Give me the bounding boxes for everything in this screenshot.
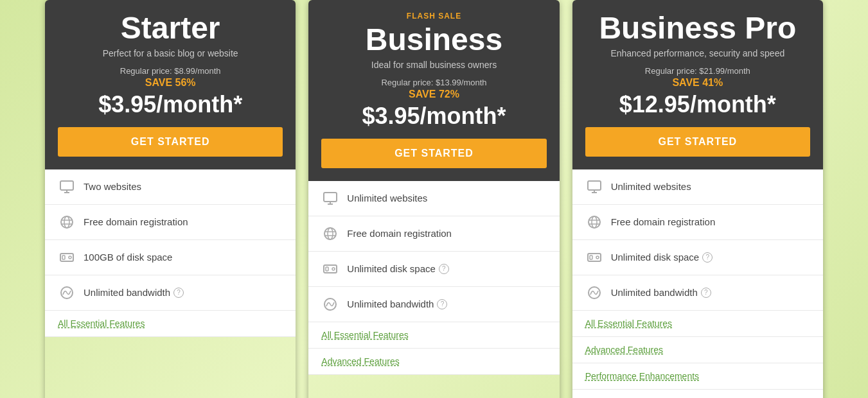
plan-header-business: FLASH SALE Business Ideal for small busi… <box>308 0 559 181</box>
svg-point-31 <box>596 256 599 259</box>
regular-price: Regular price: $13.99/month <box>321 78 546 87</box>
plan-tagline: Perfect for a basic blog or website <box>58 48 283 58</box>
svg-point-3 <box>61 216 73 228</box>
feature-text: Free domain registration <box>84 216 188 227</box>
monitor-icon <box>58 178 76 196</box>
svg-point-4 <box>64 216 69 228</box>
help-icon[interactable]: ? <box>701 288 711 298</box>
bandwidth-icon <box>58 284 76 302</box>
plan-price: $3.95/month* <box>321 103 546 130</box>
plan-features-business: Unlimited websites Free domain registrat… <box>308 181 559 375</box>
save-label: SAVE 72% <box>321 89 546 100</box>
feature-item: Free domain registration <box>45 205 296 240</box>
plan-header-starter: Starter Perfect for a basic blog or webs… <box>45 0 296 169</box>
plan-price: $12.95/month* <box>585 91 810 118</box>
regular-price: Regular price: $8.99/month <box>58 66 283 76</box>
svg-point-9 <box>69 256 71 259</box>
feature-text: Unlimited bandwidth <box>347 298 434 309</box>
regular-price: Regular price: $21.99/month <box>585 66 810 76</box>
svg-rect-19 <box>326 267 328 271</box>
domain-icon <box>321 225 339 243</box>
get-started-button[interactable]: GET STARTED <box>321 139 546 168</box>
plan-card-starter: Starter Perfect for a basic blog or webs… <box>45 0 296 398</box>
feature-item: Unlimited bandwidth ? <box>45 275 296 311</box>
save-label: SAVE 56% <box>58 77 283 89</box>
domain-icon <box>585 213 603 231</box>
plan-name: Business Pro <box>585 12 810 46</box>
plan-features-business-pro: Unlimited websites Free domain registrat… <box>572 169 823 398</box>
feature-link[interactable]: Security Enhancements <box>572 390 823 398</box>
plan-tagline: Enhanced performance, security and speed <box>585 48 810 58</box>
disk-icon <box>58 248 76 266</box>
plan-header-business-pro: Business Pro Enhanced performance, secur… <box>572 0 823 169</box>
bandwidth-icon <box>585 284 603 302</box>
plan-tagline: Ideal for small business owners <box>321 60 546 70</box>
feature-text: Unlimited bandwidth <box>84 287 170 298</box>
feature-item: Unlimited websites <box>572 169 823 205</box>
feature-link[interactable]: All Essential Features <box>572 311 823 337</box>
monitor-icon <box>585 178 603 196</box>
feature-text: Two websites <box>84 181 141 192</box>
plan-card-business-pro: Business Pro Enhanced performance, secur… <box>572 0 823 398</box>
feature-link[interactable]: Advanced Features <box>308 349 559 375</box>
plan-features-starter: Two websites Free domain registration 10… <box>45 169 296 337</box>
feature-item: Two websites <box>45 169 296 205</box>
feature-item: Free domain registration <box>572 205 823 240</box>
svg-rect-0 <box>60 181 73 190</box>
flash-sale-label: FLASH SALE <box>321 12 546 21</box>
feature-text: Free domain registration <box>347 228 452 239</box>
feature-item: Unlimited bandwidth ? <box>572 275 823 311</box>
svg-rect-8 <box>62 255 65 259</box>
help-icon[interactable]: ? <box>173 288 184 298</box>
bandwidth-icon <box>321 295 339 313</box>
feature-text: Unlimited disk space <box>611 252 700 263</box>
plan-name: Starter <box>58 12 283 46</box>
help-icon[interactable]: ? <box>702 252 713 263</box>
save-label: SAVE 41% <box>585 77 810 89</box>
svg-rect-11 <box>324 193 337 202</box>
pricing-container: Starter Perfect for a basic blog or webs… <box>0 0 868 398</box>
svg-rect-22 <box>588 181 601 190</box>
feature-text: Unlimited websites <box>611 181 691 192</box>
help-icon[interactable]: ? <box>439 264 449 274</box>
feature-item: 100GB of disk space <box>45 240 296 275</box>
feature-text: Unlimited websites <box>347 193 427 203</box>
feature-item: Unlimited websites <box>308 181 559 216</box>
svg-rect-30 <box>590 255 592 259</box>
svg-point-20 <box>332 268 335 270</box>
feature-item: Free domain registration <box>308 216 559 252</box>
feature-text: 100GB of disk space <box>84 252 172 263</box>
feature-item: Unlimited disk space ? <box>572 240 823 275</box>
plan-card-business: FLASH SALE Business Ideal for small busi… <box>308 0 559 398</box>
feature-text: Unlimited bandwidth <box>611 287 698 298</box>
plan-name: Business <box>321 23 546 57</box>
disk-icon <box>585 248 603 266</box>
feature-item: Unlimited disk space ? <box>308 252 559 287</box>
feature-link[interactable]: All Essential Features <box>45 311 296 337</box>
svg-point-26 <box>592 216 597 228</box>
help-icon[interactable]: ? <box>437 299 447 309</box>
monitor-icon <box>321 189 339 207</box>
disk-icon <box>321 260 339 278</box>
feature-item: Unlimited bandwidth ? <box>308 287 559 322</box>
domain-icon <box>58 213 76 231</box>
feature-link[interactable]: All Essential Features <box>308 322 559 349</box>
feature-link[interactable]: Advanced Features <box>572 337 823 363</box>
svg-point-14 <box>324 228 336 239</box>
plan-price: $3.95/month* <box>58 91 283 118</box>
feature-link[interactable]: Performance Enhancements <box>572 363 823 390</box>
svg-point-25 <box>589 216 600 228</box>
feature-text: Unlimited disk space <box>347 263 436 274</box>
svg-point-15 <box>328 228 333 239</box>
get-started-button[interactable]: GET STARTED <box>58 127 283 157</box>
get-started-button[interactable]: GET STARTED <box>585 127 810 157</box>
feature-text: Free domain registration <box>611 216 716 227</box>
